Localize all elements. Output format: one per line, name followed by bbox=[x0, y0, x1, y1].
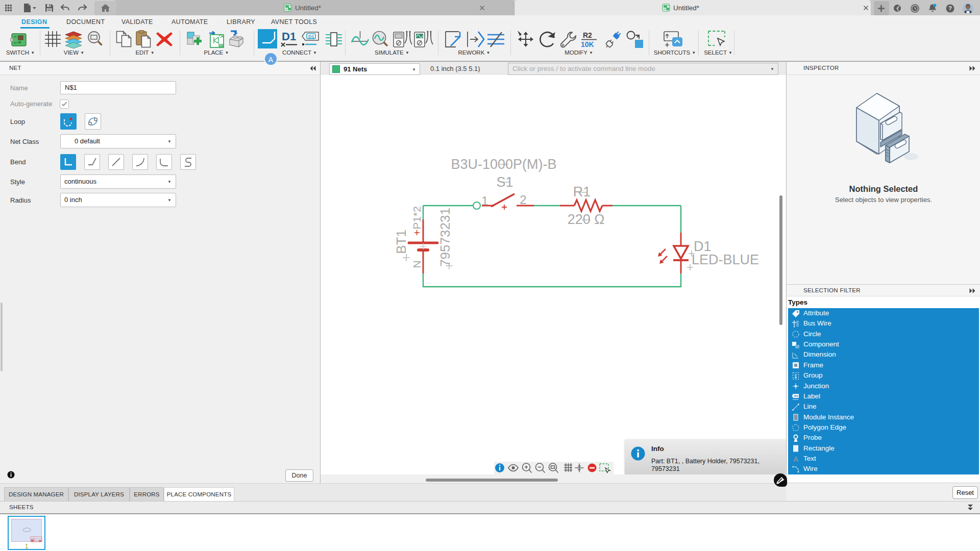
svg-text:2: 2 bbox=[520, 193, 526, 207]
svg-text:1: 1 bbox=[481, 194, 488, 208]
svg-text:D1: D1 bbox=[794, 395, 798, 398]
svg-text:S1: S1 bbox=[496, 174, 513, 190]
svg-text:220 Ω: 220 Ω bbox=[568, 212, 605, 227]
svg-text:R2: R2 bbox=[583, 31, 592, 39]
svg-text:R1: R1 bbox=[573, 184, 591, 199]
svg-text:D1: D1 bbox=[282, 31, 296, 43]
svg-text:A: A bbox=[793, 455, 798, 463]
svg-text:+P1*2: +P1*2 bbox=[411, 206, 423, 236]
svg-text:B3U-1000P(M)-B: B3U-1000P(M)-B bbox=[451, 157, 556, 172]
svg-text:?: ? bbox=[948, 5, 952, 11]
svg-text:D1: D1 bbox=[308, 34, 314, 39]
svg-text:10K: 10K bbox=[581, 40, 594, 48]
svg-text:N: N bbox=[411, 260, 423, 268]
svg-text:BT1: BT1 bbox=[394, 230, 409, 254]
svg-text:79573231: 79573231 bbox=[437, 208, 453, 267]
svg-text:LED-BLUE: LED-BLUE bbox=[692, 252, 759, 267]
